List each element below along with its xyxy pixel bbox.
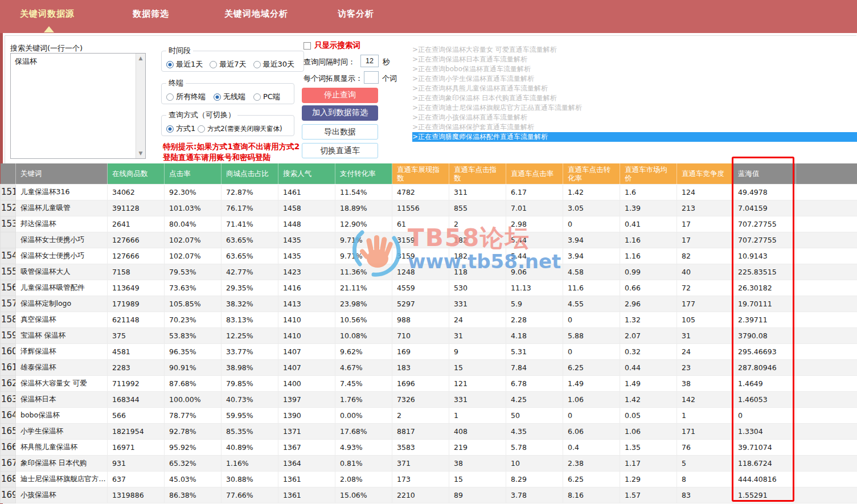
column-header[interactable]: 商城点击占比 [222,163,278,184]
row-filler-cell [796,327,857,343]
column-header[interactable]: 直通车市场均价 [620,163,677,184]
data-cell: 16971 [108,439,165,455]
column-header[interactable]: 直通车点击转化率 [563,163,620,184]
column-header[interactable]: 点击率 [165,163,222,184]
table-row[interactable]: 167象印保温杯 日本代购93165.32%1.16%13640.81%3713… [1,455,857,471]
tab-visitor-analysis[interactable]: 访客分析 [338,9,374,19]
data-cell: 127666 [108,248,165,264]
add-to-filter-button[interactable]: 加入到数据筛选 [302,105,378,121]
table-row[interactable]: 162保温杯大容量女 可爱71199287.68%79.85%14007.45%… [1,375,857,391]
column-header[interactable]: 直通车展现指数 [392,163,449,184]
stop-query-button[interactable]: 停止查询 [302,88,378,103]
row-number-header [1,163,16,184]
only-search-words-checkbox[interactable] [304,42,311,50]
radio-last-7-days[interactable]: 最近7天 [210,59,246,69]
data-cell: 23 [677,359,733,375]
row-filler-cell [796,200,857,216]
table-row[interactable]: 161雄泰保温杯228390.91%38.98%14074.67%183157.… [1,359,857,375]
table-row[interactable]: 保温杯女士便携小巧127666102.07%63.65%14359.71%315… [1,232,857,248]
row-filler-cell [796,439,857,455]
table-row[interactable]: 163保温杯日本168344100.00%40.73%13971.76%7326… [1,391,857,407]
scroll-up-icon[interactable]: ▲ [136,54,145,63]
scroll-down-icon[interactable]: ▼ [136,149,145,158]
data-cell: 24 [449,312,506,327]
table-row[interactable]: 152保温杯儿童吸管391128101.03%76.17%145818.89%1… [1,200,857,216]
tab-keyword-region-analysis[interactable]: 关键词地域分析 [224,9,288,19]
radio-label: 方式1 [176,124,195,134]
table-row[interactable]: 165小学生保温杯182195492.78%85.35%137117.68%88… [1,423,857,439]
data-cell: 30.88% [222,471,278,487]
data-cell: 0.99 [620,264,677,280]
data-cell: 38 [677,375,733,391]
table-row[interactable]: 156儿童保温杯吸管配件11364973.63%29.35%141621.11%… [1,280,857,296]
export-data-button[interactable]: 导出数据 [302,124,378,140]
column-header[interactable]: 搜索人气 [278,163,335,184]
data-cell: 113649 [108,280,165,296]
radio-all-terminals[interactable]: 所有终端 [166,92,206,102]
radio-icon [166,61,174,68]
data-cell: 53.83% [165,327,222,343]
column-header[interactable]: 直通车点击指数 [449,163,506,184]
data-cell: 1319886 [108,487,165,503]
column-header[interactable]: 蓝海值 [733,163,796,184]
data-cell: 1.49 [563,375,620,391]
data-cell: 0 [563,407,620,423]
radio-pc[interactable]: PC端 [253,92,280,102]
radio-mode-2[interactable]: 方式2(需要关闭聊天窗体) [198,125,282,133]
data-cell: 1.42 [620,391,677,407]
data-cell: 1407 [278,359,335,375]
table-row[interactable]: 153邦达保温杯264180.04%71.41%144812.90%6122.9… [1,216,857,232]
table-row[interactable]: 157保温杯定制logo171989105.85%38.32%141323.98… [1,296,857,312]
table-row[interactable]: 158真空保温杯62114870.23%83.13%141010.56%9882… [1,312,857,327]
data-cell: 182 [449,232,506,248]
radio-last-1-day[interactable]: 最近1天 [166,59,203,69]
column-header[interactable]: 关键词 [16,163,108,184]
data-cell: 6.06 [563,423,620,439]
data-cell: 0.41 [620,216,677,232]
data-cell: 3159 [392,248,449,264]
radio-wireless[interactable]: 无线端 [214,92,245,102]
data-cell: 0 [563,343,620,359]
data-cell: 105.85% [165,296,222,312]
tab-data-filter[interactable]: 数据筛选 [133,9,169,19]
radio-mode-1[interactable]: 方式1 [166,124,195,134]
table-row[interactable]: 168迪士尼保温杯旗舰店官方...63745.03%30.88%13612.08… [1,471,857,487]
data-cell: 121 [449,375,506,391]
table-row[interactable]: 155吸管保温杯大人715879.53%42.77%142311.36%1248… [1,264,857,280]
switch-ztc-button[interactable]: 切换直通车 [302,143,378,158]
column-header[interactable]: 支付转化率 [335,163,392,184]
data-cell: 1.3304 [733,423,796,439]
data-cell: 8 [677,471,733,487]
table-row[interactable]: 151儿童保温杯3163406292.30%72.87%146111.54%47… [1,184,857,200]
data-cell: 6.17 [506,184,563,200]
log-line: >正在查询bobo保温杯直通车流量解析 [412,64,857,74]
data-cell: 168344 [108,391,165,407]
column-header[interactable]: 直通车竞争度 [677,163,733,184]
data-cell: 1400 [278,375,335,391]
textarea-scrollbar[interactable]: ▲ ▼ [136,54,145,158]
column-header[interactable]: 直通车点击率 [506,163,563,184]
data-cell: 1423 [278,264,335,280]
table-row[interactable]: 154保温杯女士便携小巧127666102.07%63.65%14359.71%… [1,248,857,264]
table-row[interactable]: 164bobo保温杯56678.77%59.95%13900.00%215000… [1,407,857,423]
data-cell: 707.27755 [733,216,796,232]
column-header[interactable]: 在线商品数 [108,163,165,184]
table-row[interactable]: 159宝温杯 保温杯37553.83%12.25%141010.08%71031… [1,327,857,343]
tab-keyword-data-source[interactable]: 关键词数据源 [20,9,75,19]
radio-last-30-days[interactable]: 最近30天 [253,59,295,69]
keyword-textarea[interactable]: 保温杯 ▲ ▼ [10,53,146,159]
data-cell: 1.29 [620,471,677,487]
expand-input[interactable] [364,71,379,84]
table-row[interactable]: 160泽辉保温杯458196.35%33.77%14079.62%16995.3… [1,343,857,359]
interval-input[interactable] [360,55,379,67]
data-cell: 2.96 [620,296,677,312]
data-cell: 72.87% [222,184,278,200]
data-cell: 1413 [278,296,335,312]
table-row[interactable]: 166杯具熊儿童保温杯1697195.92%40.89%13674.93%358… [1,439,857,455]
table-row[interactable]: 169小孩保温杯131988686.38%77.66%136115.06%221… [1,487,857,503]
data-cell: 1.17 [620,455,677,471]
interval-unit: 秒 [383,57,390,67]
data-cell: 4.58 [563,264,620,280]
row-number-cell: 152 [1,200,16,216]
data-cell: 1.6 [620,184,677,200]
